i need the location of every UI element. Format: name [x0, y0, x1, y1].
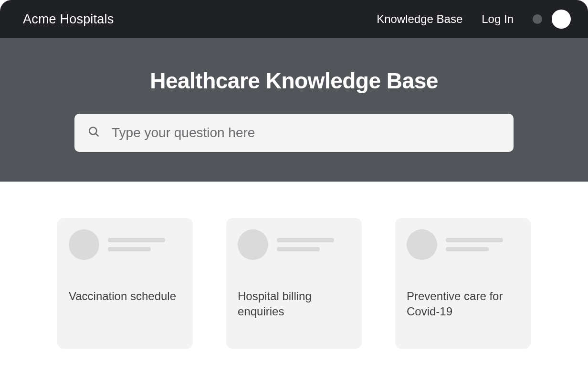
card-header: [238, 229, 350, 260]
card-vaccination-schedule[interactable]: Vaccination schedule: [57, 218, 193, 349]
card-title: Hospital billing enquiries: [238, 289, 350, 320]
cards-section: Vaccination schedule Hospital billing en…: [0, 182, 588, 349]
placeholder-line-icon: [277, 247, 320, 251]
hero-section: Healthcare Knowledge Base: [0, 38, 588, 182]
card-title: Vaccination schedule: [69, 289, 181, 304]
brand-title: Acme Hospitals: [23, 12, 114, 27]
search-input[interactable]: [112, 125, 500, 140]
placeholder-line-icon: [446, 247, 489, 251]
card-text-placeholder: [108, 238, 165, 251]
hero-title: Healthcare Knowledge Base: [150, 68, 438, 94]
card-avatar-placeholder-icon: [407, 229, 437, 260]
placeholder-line-icon: [108, 238, 165, 242]
card-header: [69, 229, 181, 260]
page-container: Acme Hospitals Knowledge Base Log In Hea…: [0, 0, 588, 388]
status-dot-icon: [533, 14, 542, 24]
card-text-placeholder: [446, 238, 503, 251]
placeholder-line-icon: [108, 247, 151, 251]
card-text-placeholder: [277, 238, 334, 251]
avatar[interactable]: [552, 10, 571, 29]
card-hospital-billing[interactable]: Hospital billing enquiries: [226, 218, 362, 349]
svg-line-1: [95, 133, 98, 136]
header: Acme Hospitals Knowledge Base Log In: [0, 0, 588, 38]
card-avatar-placeholder-icon: [69, 229, 99, 260]
card-title: Preventive care for Covid-19: [407, 289, 519, 320]
placeholder-line-icon: [277, 238, 334, 242]
header-right: Knowledge Base Log In: [377, 10, 571, 29]
card-header: [407, 229, 519, 260]
placeholder-line-icon: [446, 238, 503, 242]
search-container: [74, 114, 514, 152]
card-avatar-placeholder-icon: [238, 229, 268, 260]
header-icons: [533, 10, 571, 29]
nav-knowledge-base[interactable]: Knowledge Base: [377, 12, 462, 26]
card-preventive-care-covid[interactable]: Preventive care for Covid-19: [395, 218, 531, 349]
search-icon: [88, 126, 100, 140]
nav-log-in[interactable]: Log In: [482, 12, 514, 26]
